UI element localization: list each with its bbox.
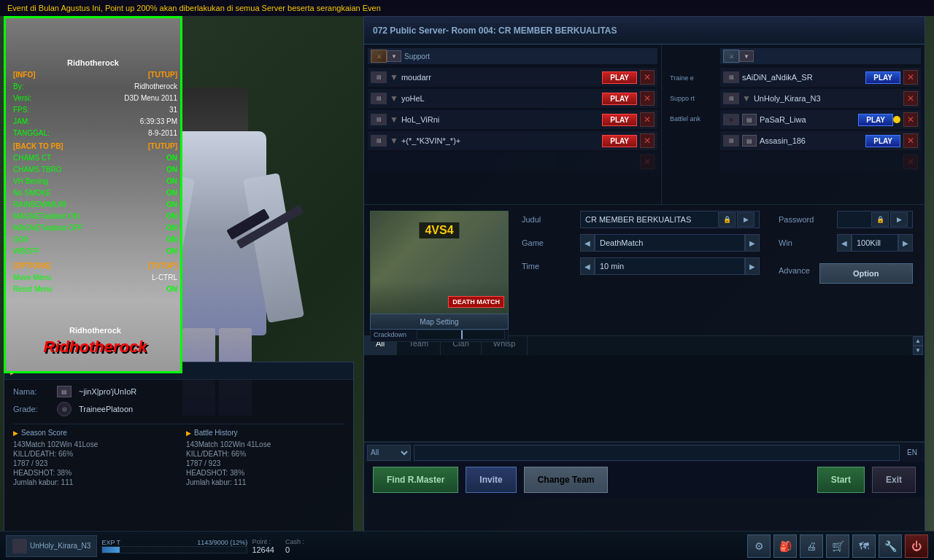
start-button[interactable]: Start [817,467,865,493]
close-x-1[interactable]: ✕ [640,91,655,106]
win-label: Win [779,238,837,247]
player-name-3: +(*_*K3VIN*_*)+ [401,136,602,145]
play-button-3[interactable]: PLAY [602,135,637,147]
exp-value: 1143/9000 (12%) [197,539,247,546]
r-label-battle: Battlel ank [667,109,719,128]
game-value: DeathMatch [595,234,745,252]
chat-input[interactable] [414,445,900,461]
play-button-r3[interactable]: PLAY [865,135,900,147]
close-x-2[interactable]: ✕ [640,112,655,127]
time-prev-arrow[interactable]: ◀ [580,257,595,275]
vh-bening-label: VH Bening [13,176,48,187]
pw-arrow-icon[interactable]: ▶ [890,212,908,227]
reset-menu-value: ON [166,284,177,295]
pw-lock-icon[interactable]: 🔒 [871,212,889,227]
win-next-arrow[interactable]: ▶ [898,234,913,252]
settings-icon[interactable]: ⚙ [747,534,771,558]
crackdown-indicator [461,330,463,339]
scroll-up[interactable]: ▲ [913,336,923,346]
battle-headshot: HEADSHOT: 38% [186,469,344,477]
main-panel: 072 Public Server- Room 004: CR MEMBER B… [363,16,925,541]
game-row: Game ◀ DeathMatch ▶ [522,234,760,252]
ticker-bar: Event di Bulan Agustus Ini, Point up 200… [0,0,934,16]
exp-label-row: EXP T 1143/9000 (12%) [101,539,247,546]
judul-arrow-icon[interactable]: ▶ [737,212,754,227]
player-rank-icon-r3: ▤ [723,135,739,147]
game-prev-arrow[interactable]: ◀ [580,234,595,252]
player-row: ▤ ▼ yoHeL PLAY ✕ [368,89,657,108]
close-x-r0[interactable]: ✕ [903,70,918,85]
cash-value: 0 [285,545,290,554]
time-value: 10 min [595,257,745,275]
magnet-off-value: ON [166,222,177,234]
nama-label: Nama: [13,387,57,396]
win-prev-arrow[interactable]: ◀ [837,234,852,252]
close-x-r2[interactable]: ✕ [903,112,918,127]
room-title: 072 Public Server- Room 004: CR MEMBER B… [373,26,617,36]
close-x-r-empty[interactable]: ✕ [903,155,918,169]
play-button-0[interactable]: PLAY [602,71,637,84]
player-row-right-0: ▤ sAiDiN_aNdikA_SR PLAY ✕ [720,68,921,87]
change-team-button[interactable]: Change Team [524,467,609,493]
close-x-r3[interactable]: ✕ [903,133,918,148]
close-x-3[interactable]: ✕ [640,133,655,148]
fps-value: 31 [169,104,177,116]
map-tag: 4VS4 [419,222,459,238]
chat-body [364,355,925,441]
options-label[interactable]: [OPTIONS] [13,260,51,272]
play-button-1[interactable]: PLAY [602,93,637,105]
season-score: 1787 / 923 [13,459,171,467]
versi-value: D3D Menu 2011 [124,93,177,104]
team-expand-icon[interactable]: ▼ [387,50,401,62]
jam-label: JAM: [13,116,30,128]
watermark-username-small: Ridhotherock [9,326,181,335]
death-match-tag: DEATH MATCH [448,296,504,308]
info-clan-panel: ▶ Info clan Nama: ▤ ~jinX|pro'jUnIoR Gra… [4,362,354,544]
exit-button[interactable]: Exit [872,467,916,493]
team-left-icon: ⚔ [371,50,387,63]
game-next-arrow[interactable]: ▶ [745,234,760,252]
find-master-button[interactable]: Find R.Master [373,467,458,493]
close-x-r1[interactable]: ✕ [903,91,918,106]
judul-lock-icon[interactable]: 🔒 [718,212,736,227]
player-rank-icon-r2: ⚔ [723,114,739,125]
play-button-r2[interactable]: PLAY [858,114,893,126]
panel-title-bar: 072 Public Server- Room 004: CR MEMBER B… [364,17,925,44]
password-value: 🔒 ▶ [837,211,913,228]
team-right-header: ⚔ ▼ [720,48,921,64]
no-smoke-label: No SMOKE [13,187,51,199]
scrollbar-area: ▲ ▼ [913,336,923,355]
scroll-down[interactable]: ▼ [913,346,923,355]
exp-label: EXP T [101,539,120,546]
battle-title: ▶ Battle History [186,429,344,437]
back-to-pb[interactable]: [BACK TO PB] [13,141,63,152]
shop-icon[interactable]: 🛒 [826,534,849,558]
chat-filter-select[interactable]: All [367,445,411,461]
play-button-r0[interactable]: PLAY [865,71,900,84]
bag-icon[interactable]: 🎒 [773,534,797,558]
tools-icon[interactable]: 🔧 [879,534,902,558]
game-label: Game [522,238,580,247]
option-button[interactable]: Option [819,263,913,284]
rainbow-value: ON [166,199,177,211]
battle-col: ▶ Battle History 143Match 102Win 41Lose … [186,429,344,488]
map-icon[interactable]: 🗺 [852,534,876,558]
play-button-2[interactable]: PLAY [602,114,637,126]
power-icon[interactable]: ⏻ [905,534,928,558]
player-name-0: moudarr [401,73,602,82]
invite-button[interactable]: Invite [466,467,516,493]
point-stat: Point : 12644 [252,538,274,554]
time-next-arrow[interactable]: ▶ [745,257,760,275]
season-triangle-icon: ▶ [13,429,18,437]
tanggal-label: TANGGAL: [13,128,50,139]
reset-menu-label: Reset Menu [13,284,53,295]
close-x-0[interactable]: ✕ [640,70,655,85]
close-x-empty[interactable]: ✕ [640,155,655,169]
team-right-expand[interactable]: ▼ [739,50,754,62]
info-value: [TUTUP] [148,69,177,81]
grade-label: Grade: [13,405,57,413]
r-label-support: Suppo rt [667,89,719,108]
battle-kabur: Jumlah kabur: 111 [186,478,344,486]
print-icon[interactable]: 🖨 [800,534,823,558]
map-setting-button[interactable]: Map Setting [370,314,509,330]
